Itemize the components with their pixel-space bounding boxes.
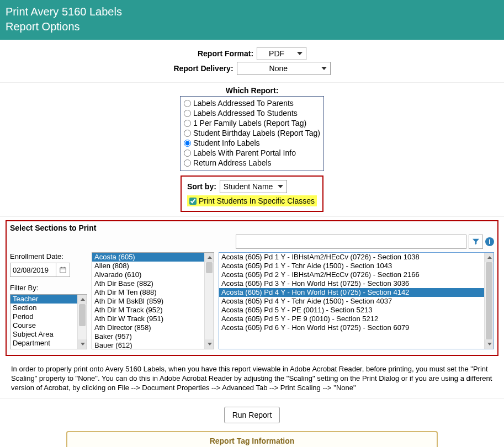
report-config: Report Format: PDF Report Delivery: None	[0, 40, 504, 83]
radio-input[interactable]	[184, 140, 191, 147]
list-item[interactable]: Ath Dir Base (882)	[92, 279, 204, 288]
scroll-thumb[interactable]	[79, 304, 86, 326]
which-report-heading: Which Report:	[0, 86, 504, 95]
radio-input[interactable]	[184, 159, 191, 167]
scrollbar[interactable]	[484, 253, 494, 349]
print-specific-classes-row: Print Students In Specific Classes	[187, 195, 317, 206]
sections-listbox[interactable]: Acosta (605) Pd 1 Y - IBHstAm2/HEcCv (07…	[219, 252, 494, 349]
print-specific-classes-checkbox[interactable]	[189, 198, 197, 205]
list-item[interactable]: Acosta (605)	[92, 253, 204, 262]
sort-by-label: Sort by:	[187, 182, 216, 191]
chevron-down-icon	[321, 67, 327, 70]
list-item[interactable]: Period	[10, 312, 77, 321]
teachers-listbox[interactable]: Acosta (605)Allen (808)Alvarado (610)Ath…	[92, 252, 214, 349]
radio-input[interactable]	[184, 100, 191, 107]
sort-by-select[interactable]: Student Name	[220, 180, 287, 193]
which-report-option[interactable]: Student Info Labels	[184, 139, 320, 147]
which-report-option[interactable]: Labels With Parent Portal Info	[184, 148, 320, 157]
chevron-down-icon	[297, 52, 303, 55]
enrollment-date-input[interactable]	[10, 263, 56, 277]
which-report-option-label: Labels Addressed To Parents	[193, 99, 294, 108]
list-item[interactable]: Acosta (605) Pd 5 Y - PE 9 (0010) - Sect…	[219, 315, 484, 323]
list-item[interactable]: Ath Dir W Track (951)	[92, 315, 204, 323]
list-item[interactable]: Ath Dir M BskBl (859)	[92, 297, 204, 306]
which-report-option-label: Labels With Parent Portal Info	[193, 148, 296, 157]
which-report-option[interactable]: Labels Addressed To Parents	[184, 99, 320, 108]
sort-section: Sort by: Student Name Print Students In …	[0, 171, 504, 217]
scroll-up-icon[interactable]	[78, 295, 87, 304]
enrollment-date-label: Enrollment Date:	[10, 252, 87, 260]
scroll-up-icon[interactable]	[205, 253, 214, 262]
scroll-thumb[interactable]	[206, 262, 213, 273]
list-item[interactable]: Acosta (605) Pd 1 Y - Tchr Aide (1500) -…	[219, 262, 484, 270]
scroll-down-icon[interactable]	[205, 339, 214, 349]
report-delivery-label: Report Delivery:	[173, 64, 233, 73]
report-tag-heading: Report Tag Information	[66, 431, 438, 447]
list-item[interactable]: Ath Dir M Track (952)	[92, 306, 204, 315]
which-report-option[interactable]: Return Address Labels	[184, 158, 320, 167]
which-report-option-label: 1 Per Family Labels (Report Tag)	[193, 119, 306, 127]
list-item[interactable]: Acosta (605) Pd 6 Y - Hon World Hst (072…	[219, 323, 484, 332]
sort-highlight-box: Sort by: Student Name Print Students In …	[181, 175, 323, 212]
list-item[interactable]: Subject Area	[10, 330, 77, 339]
report-delivery-select[interactable]: None	[237, 62, 331, 75]
scrollbar[interactable]	[204, 253, 214, 349]
filter-by-label: Filter By:	[10, 284, 87, 292]
page-title: Print Avery 5160 Labels	[6, 6, 498, 18]
list-item[interactable]: Acosta (605) Pd 3 Y - Hon World Hst (072…	[219, 279, 484, 288]
filter-by-listbox[interactable]: TeacherSectionPeriodCourseSubject AreaDe…	[10, 294, 87, 349]
select-sections-title: Select Sections to Print	[10, 223, 494, 232]
which-report-option-label: Return Address Labels	[193, 158, 272, 167]
list-item[interactable]: Allen (808)	[92, 262, 204, 270]
filter-button[interactable]	[469, 235, 483, 249]
info-icon[interactable]: i	[485, 237, 494, 246]
select-sections-panel: Select Sections to Print i Enrollment Da…	[6, 220, 498, 356]
list-item[interactable]: Room	[10, 348, 77, 349]
scrollbar[interactable]	[77, 295, 87, 349]
print-specific-classes-label: Print Students In Specific Classes	[199, 196, 315, 205]
list-item[interactable]: Acosta (605) Pd 2 Y - IBHstAm2/HEcCv (07…	[219, 270, 484, 279]
radio-input[interactable]	[184, 120, 191, 127]
radio-input[interactable]	[184, 110, 191, 117]
which-report-option-label: Labels Addressed To Students	[193, 109, 298, 118]
list-item[interactable]: Baker (957)	[92, 332, 204, 341]
report-format-select[interactable]: PDF	[257, 47, 306, 60]
calendar-icon	[59, 266, 67, 274]
which-report-option-label: Student Birthday Labels (Report Tag)	[193, 129, 320, 137]
list-item[interactable]: Ath Director (858)	[92, 323, 204, 332]
list-item[interactable]: Acosta (605) Pd 4 Y - Tchr Aide (1500) -…	[219, 297, 484, 306]
scroll-down-icon[interactable]	[485, 339, 494, 349]
radio-input[interactable]	[184, 130, 191, 137]
scroll-up-icon[interactable]	[485, 253, 494, 262]
list-item[interactable]: Acosta (605) Pd 1 Y - IBHstAm2/HEcCv (07…	[219, 253, 484, 262]
which-report-option[interactable]: 1 Per Family Labels (Report Tag)	[184, 119, 320, 127]
which-report-option[interactable]: Student Birthday Labels (Report Tag)	[184, 129, 320, 137]
radio-input[interactable]	[184, 150, 191, 157]
report-format-label: Report Format:	[198, 49, 253, 58]
list-item[interactable]: Bauer (612)	[92, 341, 204, 349]
list-item[interactable]: Section	[10, 304, 77, 312]
list-item[interactable]: Course	[10, 321, 77, 330]
which-report-option[interactable]: Labels Addressed To Students	[184, 109, 320, 118]
section-filter-input[interactable]	[236, 235, 466, 249]
run-report-button[interactable]: Run Report	[224, 407, 280, 423]
list-item[interactable]: Teacher	[10, 295, 77, 304]
which-report-option-label: Student Info Labels	[193, 139, 260, 147]
svg-rect-0	[60, 268, 66, 273]
which-report: Which Report: Labels Addressed To Parent…	[0, 83, 504, 171]
scroll-down-icon[interactable]	[78, 339, 87, 349]
funnel-icon	[471, 237, 480, 246]
which-report-options: Labels Addressed To ParentsLabels Addres…	[180, 96, 324, 171]
list-item[interactable]: Acosta (605) Pd 5 Y - PE (0011) - Sectio…	[219, 306, 484, 315]
scroll-thumb[interactable]	[486, 262, 492, 339]
list-item[interactable]: Department	[10, 339, 77, 348]
calendar-button[interactable]	[56, 263, 70, 277]
page-header: Print Avery 5160 Labels Report Options	[0, 0, 504, 40]
list-item[interactable]: Alvarado (610)	[92, 270, 204, 279]
list-item[interactable]: Acosta (605) Pd 4 Y - Hon World Hst (072…	[219, 288, 484, 297]
list-item[interactable]: Ath Dir M Ten (888)	[92, 288, 204, 297]
print-instructions: In order to properly print onto Avery 51…	[0, 359, 504, 399]
page-subtitle: Report Options	[6, 20, 498, 33]
